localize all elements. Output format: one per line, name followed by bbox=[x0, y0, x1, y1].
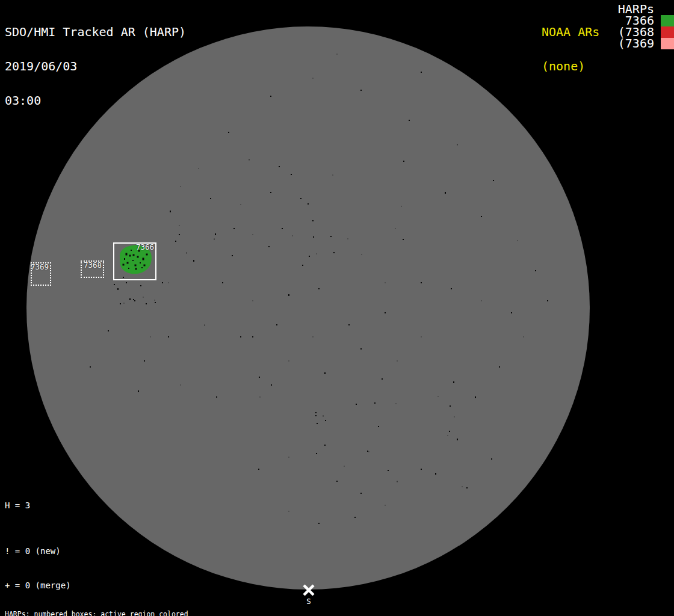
harp-count: H = 3 bbox=[5, 500, 30, 511]
harps-legend-row: (7369 bbox=[618, 38, 674, 49]
noaa-ars-value: (none) bbox=[542, 61, 599, 72]
harp-region-label: 7368 bbox=[84, 262, 102, 269]
harp-region-box-7368: 7368 bbox=[81, 260, 104, 278]
harp-number: (7369 bbox=[618, 38, 654, 49]
noaa-ars-heading: NOAA ARs bbox=[542, 26, 599, 38]
harp-region-label: 7366 bbox=[136, 244, 154, 251]
harp-region-label: 7369 bbox=[31, 263, 49, 271]
harp-region-box-7369: 7369 bbox=[31, 262, 51, 286]
harps-legend: HARPs 7366 (7368 (7369 bbox=[618, 4, 674, 49]
harp-map-screen: 7366 7368 7369 SDO/HMI Tracked AR (HARP)… bbox=[0, 0, 674, 616]
legend-line-merge: + = 0 (merge) bbox=[5, 580, 101, 591]
harp-region-box-7366: 7366 bbox=[113, 242, 156, 280]
footnote-harps: HARPs: numbered boxes; active region col… bbox=[5, 611, 247, 616]
noaa-ars-block: NOAA ARs (none) bbox=[542, 4, 599, 95]
legend-line-new: ! = 0 (new) bbox=[5, 546, 101, 557]
south-pole-label: S bbox=[303, 597, 315, 606]
page-title: SDO/HMI Tracked AR (HARP) bbox=[5, 26, 186, 38]
harp-color-swatch bbox=[661, 38, 674, 49]
footnotes: HARPs: numbered boxes; active region col… bbox=[5, 596, 247, 616]
harp-color-swatch bbox=[661, 26, 674, 38]
title-block: SDO/HMI Tracked AR (HARP) 2019/06/03 03:… bbox=[5, 4, 186, 129]
harp-color-swatch bbox=[661, 15, 674, 26]
observation-time: 03:00 bbox=[5, 95, 186, 106]
observation-date: 2019/06/03 bbox=[5, 61, 186, 72]
south-pole-cross-icon bbox=[304, 585, 314, 595]
